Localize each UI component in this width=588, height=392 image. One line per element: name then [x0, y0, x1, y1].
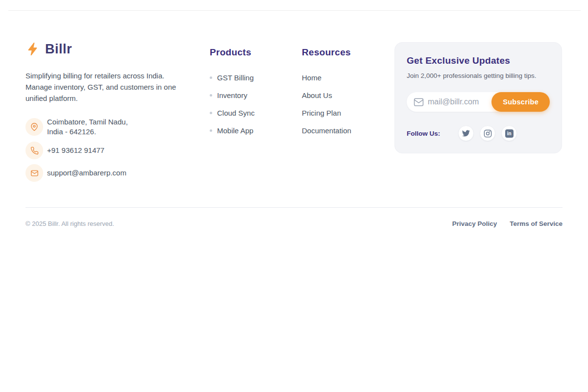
products-column: Products GST Billing Inventory Cloud Syn… — [210, 41, 302, 143]
twitter-icon[interactable] — [458, 125, 474, 141]
footer: Billr Simplifying billing for retailers … — [25, 41, 563, 227]
resources-title: Resources — [302, 47, 394, 58]
privacy-policy-link[interactable]: Privacy Policy — [452, 220, 497, 227]
bullet-dot-icon — [210, 76, 212, 79]
bullet-dot-icon — [210, 129, 212, 132]
contact-email-text: support@ambarerp.com — [47, 168, 126, 178]
products-list: GST Billing Inventory Cloud Sync Mobile … — [210, 72, 302, 136]
top-divider — [8, 10, 581, 11]
resource-link-home[interactable]: Home — [302, 72, 394, 83]
resource-link-documentation[interactable]: Documentation — [302, 125, 394, 136]
footer-main: Billr Simplifying billing for retailers … — [25, 41, 563, 207]
newsletter-title: Get Exclusive Updates — [407, 55, 550, 66]
legal-links: Privacy Policy Terms of Service — [452, 220, 563, 227]
product-link-label[interactable]: GST Billing — [217, 74, 254, 82]
contact-email[interactable]: support@ambarerp.com — [25, 164, 197, 182]
bullet-dot-icon — [210, 94, 212, 97]
resource-link-about-us[interactable]: About Us — [302, 90, 394, 101]
contact-phone[interactable]: +91 93612 91477 — [25, 142, 197, 159]
follow-us-label: Follow Us: — [407, 130, 440, 137]
address-line-1: Coimbatore, Tamil Nadu, — [47, 118, 128, 126]
instagram-icon[interactable] — [480, 125, 495, 141]
linkedin-icon[interactable]: in — [501, 125, 517, 141]
resource-link-label[interactable]: Documentation — [302, 126, 351, 135]
footer-page: Billr Simplifying billing for retailers … — [0, 0, 588, 392]
product-link-cloud-sync[interactable]: Cloud Sync — [210, 107, 302, 119]
linkedin-glyph: in — [505, 129, 514, 138]
subscribe-button[interactable]: Subscribe — [491, 92, 550, 112]
product-link-label[interactable]: Cloud Sync — [217, 109, 255, 117]
newsletter-card: Get Exclusive Updates Join 2,000+ profes… — [394, 42, 562, 153]
phone-icon — [25, 142, 43, 159]
product-link-inventory[interactable]: Inventory — [210, 90, 302, 101]
follow-us-row: Follow Us: in — [407, 125, 550, 141]
bullet-dot-icon — [210, 112, 212, 114]
address-line-2: India - 642126. — [47, 127, 96, 136]
product-link-label[interactable]: Mobile App — [217, 126, 253, 135]
resources-column: Resources Home About Us Pricing Plan Doc… — [302, 41, 394, 143]
product-link-label[interactable]: Inventory — [217, 91, 247, 99]
lightning-bolt-icon — [25, 41, 40, 57]
brand-column: Billr Simplifying billing for retailers … — [25, 41, 197, 187]
footer-bottom-bar: © 2025 Billr. All rights reserved. Priva… — [25, 207, 563, 227]
brand-description: Simplifying billing for retailers across… — [25, 70, 178, 104]
brand-name: Billr — [45, 42, 72, 57]
social-icons: in — [458, 125, 517, 141]
map-pin-icon — [25, 118, 43, 136]
email-input[interactable] — [428, 98, 491, 106]
brand-logo: Billr — [25, 41, 197, 57]
resource-link-label[interactable]: Home — [302, 74, 321, 82]
product-link-gst-billing[interactable]: GST Billing — [210, 72, 302, 83]
resource-link-label[interactable]: Pricing Plan — [302, 109, 341, 117]
subscribe-form: Subscribe — [407, 92, 550, 112]
products-title: Products — [210, 47, 302, 58]
terms-of-service-link[interactable]: Terms of Service — [510, 220, 563, 227]
contact-address-text: Coimbatore, Tamil Nadu, India - 642126. — [47, 117, 128, 137]
resources-list: Home About Us Pricing Plan Documentation — [302, 72, 394, 136]
copyright-text: © 2025 Billr. All rights reserved. — [25, 220, 114, 227]
resource-link-label[interactable]: About Us — [302, 91, 332, 99]
contact-address: Coimbatore, Tamil Nadu, India - 642126. — [25, 117, 197, 137]
resource-link-pricing-plan[interactable]: Pricing Plan — [302, 107, 394, 119]
mail-icon — [25, 164, 43, 182]
contact-list: Coimbatore, Tamil Nadu, India - 642126. … — [25, 117, 197, 182]
mail-icon — [414, 98, 424, 106]
newsletter-subtitle: Join 2,000+ professionals getting billin… — [407, 72, 550, 79]
product-link-mobile-app[interactable]: Mobile App — [210, 125, 302, 136]
contact-phone-text: +91 93612 91477 — [47, 146, 104, 155]
